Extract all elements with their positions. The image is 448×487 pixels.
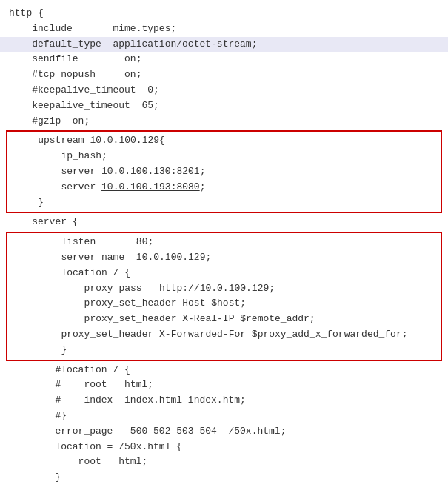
code-line-highlighted: default_type application/octet-stream;: [0, 37, 448, 53]
code-line: include mime.types;: [0, 21, 448, 37]
code-line: keepalive_timeout 65;: [0, 98, 448, 114]
code-line: sendfile on;: [0, 52, 448, 67]
proxy-pass-url: http://10.0.100.129: [159, 283, 269, 294]
code-line: #location / {: [0, 363, 448, 378]
code-line: proxy_set_header X-Real-IP $remote_addr;: [7, 312, 441, 327]
server-block: listen 80; server_name 10.0.100.129; loc…: [6, 232, 442, 360]
code-line: server {: [0, 215, 448, 230]
code-line: proxy_set_header Host $host;: [7, 296, 441, 312]
code-line: proxy_pass http://10.0.100.129;: [7, 281, 441, 297]
code-line: ip_hash;: [7, 149, 441, 164]
code-line: error_page 500 502 503 504 /50x.html;: [0, 424, 448, 440]
code-line: server 10.0.100.130:8201;: [7, 164, 441, 180]
code-line: upstream 10.0.100.129{: [7, 133, 441, 149]
code-line: # index index.html index.htm;: [0, 393, 448, 409]
code-line: listen 80;: [7, 235, 441, 250]
code-line: #keepalive_timeout 0;: [0, 83, 448, 98]
underline-text: 10.0.100.193:8080: [101, 181, 200, 192]
code-line: # root html;: [0, 377, 448, 393]
code-line: location / {: [7, 266, 441, 281]
code-line: #tcp_nopush on;: [0, 67, 448, 83]
code-line: server_name 10.0.100.129;: [7, 250, 441, 266]
code-line: root html;: [0, 454, 448, 470]
code-line: #gzip on;: [0, 114, 448, 130]
code-line: server 10.0.100.193:8080;: [7, 180, 441, 195]
code-line: }: [7, 343, 441, 358]
code-line: }: [7, 195, 441, 211]
code-line: #}: [0, 409, 448, 424]
code-line: location = /50x.html {: [0, 440, 448, 455]
code-line: }: [0, 470, 448, 486]
upstream-block: upstream 10.0.100.129{ ip_hash; server 1…: [6, 130, 442, 213]
code-line: http {: [0, 6, 448, 21]
code-line: proxy_set_header X-Forwarded-For $proxy_…: [7, 327, 441, 343]
code-viewer: http { include mime.types; default_type …: [0, 0, 448, 487]
